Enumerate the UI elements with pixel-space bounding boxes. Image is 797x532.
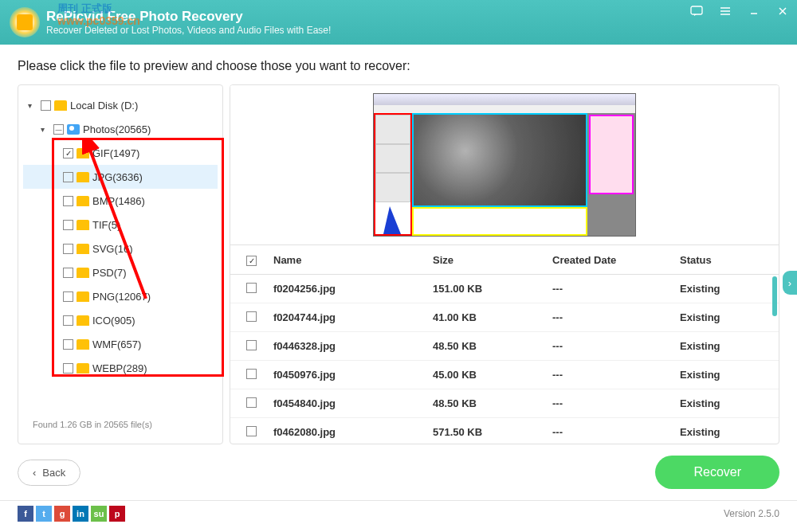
tree-item-filetype[interactable]: BMP(1486)	[23, 189, 218, 213]
cell-name: f0450976.jpg	[273, 369, 433, 381]
tree-label: TIF(5)	[92, 219, 120, 231]
item-checkbox[interactable]	[63, 291, 73, 302]
folder-icon	[77, 148, 89, 158]
tree-item-filetype[interactable]: GIF(1497)	[23, 141, 218, 165]
root-checkbox[interactable]	[41, 100, 51, 111]
folder-icon	[77, 315, 89, 326]
menu-icon[interactable]	[711, 0, 740, 22]
tree-item-filetype[interactable]: SVG(16)	[23, 237, 218, 260]
social-buttons: ftginsup	[18, 506, 125, 522]
item-checkbox[interactable]	[63, 220, 73, 230]
row-checkbox[interactable]	[246, 311, 257, 322]
row-checkbox[interactable]	[246, 340, 257, 350]
tree-category-photos[interactable]: ▾ Photos(20565)	[23, 117, 218, 141]
results-panel: Name Size Created Date Status f0204256.j…	[230, 84, 779, 444]
titlebar: RePicvid Free Photo Recovery Recover Del…	[0, 0, 797, 45]
chevron-down-icon[interactable]: ▾	[41, 125, 50, 134]
tree-item-filetype[interactable]: WMF(657)	[23, 332, 218, 356]
tree-label: WMF(657)	[92, 338, 141, 350]
minimize-icon[interactable]	[740, 0, 768, 22]
svg-rect-0	[691, 6, 702, 14]
row-checkbox[interactable]	[246, 426, 257, 436]
cell-name: f0204744.jpg	[273, 311, 433, 323]
cell-name: f0204256.jpg	[273, 283, 433, 295]
tree-item-filetype[interactable]: JPG(3636)	[23, 165, 218, 189]
item-checkbox[interactable]	[63, 172, 73, 182]
col-date[interactable]: Created Date	[552, 254, 680, 266]
table-row[interactable]: f0446328.jpg 48.50 KB --- Existing	[230, 332, 779, 361]
tree-item-filetype[interactable]: ICO(905)	[23, 308, 218, 332]
item-checkbox[interactable]	[63, 339, 73, 350]
folder-icon	[77, 339, 89, 350]
tree-label: JPG(3636)	[92, 171, 143, 183]
scrollbar-thumb[interactable]	[772, 276, 777, 316]
item-checkbox[interactable]	[63, 244, 73, 254]
col-size[interactable]: Size	[433, 254, 552, 266]
feedback-icon[interactable]	[682, 0, 711, 22]
tree-footer-stats: Found 1.26 GB in 20565 file(s)	[23, 413, 218, 436]
folder-icon	[77, 244, 89, 254]
item-checkbox[interactable]	[63, 363, 73, 374]
table-header: Name Size Created Date Status	[230, 244, 779, 275]
chevron-down-icon[interactable]: ▾	[28, 101, 37, 110]
logo-area: RePicvid Free Photo Recovery Recover Del…	[10, 7, 331, 37]
preview-image	[373, 93, 636, 237]
social-button[interactable]: su	[91, 506, 107, 522]
tree-label: ICO(905)	[92, 315, 135, 327]
col-status[interactable]: Status	[680, 254, 763, 266]
item-checkbox[interactable]	[63, 268, 73, 278]
cell-date: ---	[552, 397, 680, 409]
folder-icon	[77, 268, 89, 278]
chevron-left-icon: ‹	[33, 467, 36, 479]
select-all-checkbox[interactable]	[246, 256, 257, 266]
tree-root-disk[interactable]: ▾ Local Disk (D:)	[23, 93, 218, 117]
tree-item-filetype[interactable]: WEBP(289)	[23, 356, 218, 380]
version-text: Version 2.5.0	[724, 508, 779, 519]
cell-name: f0454840.jpg	[273, 397, 433, 409]
row-checkbox[interactable]	[246, 397, 257, 408]
table-row[interactable]: f0450976.jpg 45.00 KB --- Existing	[230, 361, 779, 389]
cell-status: Existing	[680, 426, 763, 438]
row-checkbox[interactable]	[246, 283, 257, 293]
cell-size: 151.00 KB	[433, 283, 552, 295]
folder-icon	[77, 220, 89, 230]
table-row[interactable]: f0204744.jpg 41.00 KB --- Existing	[230, 303, 779, 332]
table-row[interactable]: f0204256.jpg 151.00 KB --- Existing	[230, 275, 779, 303]
cell-status: Existing	[680, 369, 763, 381]
photos-icon	[67, 124, 80, 135]
col-name[interactable]: Name	[273, 254, 433, 266]
tree-item-filetype[interactable]: PSD(7)	[23, 260, 218, 284]
category-checkbox[interactable]	[53, 124, 64, 135]
table-row[interactable]: f0454840.jpg 48.50 KB --- Existing	[230, 389, 779, 418]
tree-item-filetype[interactable]: PNG(12067)	[23, 284, 218, 308]
footer: ftginsup Version 2.5.0	[0, 500, 797, 526]
tree-label: Photos(20565)	[83, 123, 151, 135]
preview-area	[230, 85, 779, 244]
item-checkbox[interactable]	[63, 148, 73, 158]
side-expand-icon[interactable]: ›	[783, 271, 797, 295]
back-button[interactable]: ‹ Back	[18, 460, 80, 486]
social-button[interactable]: t	[36, 506, 52, 522]
item-checkbox[interactable]	[63, 315, 73, 326]
social-button[interactable]: f	[18, 506, 33, 522]
social-button[interactable]: p	[109, 506, 125, 522]
cell-name: f0462080.jpg	[273, 426, 433, 438]
tree-item-filetype[interactable]: TIF(5)	[23, 213, 218, 237]
recover-button[interactable]: Recover	[655, 456, 779, 489]
app-subtitle: Recover Deleted or Lost Photos, Videos a…	[46, 25, 331, 36]
cell-status: Existing	[680, 397, 763, 409]
table-body[interactable]: f0204256.jpg 151.00 KB --- Existing f020…	[230, 275, 779, 444]
table-row[interactable]: f0462080.jpg 571.50 KB --- Existing	[230, 418, 779, 444]
tree-label: PSD(7)	[92, 267, 127, 279]
cell-status: Existing	[680, 340, 763, 352]
row-checkbox[interactable]	[246, 369, 257, 379]
social-button[interactable]: g	[54, 506, 70, 522]
window-controls	[682, 0, 797, 22]
cell-name: f0446328.jpg	[273, 340, 433, 352]
close-icon[interactable]	[768, 0, 797, 22]
folder-icon	[77, 291, 89, 302]
tree-label: PNG(12067)	[92, 291, 151, 303]
cell-date: ---	[552, 311, 680, 323]
item-checkbox[interactable]	[63, 196, 73, 206]
social-button[interactable]: in	[73, 506, 88, 522]
